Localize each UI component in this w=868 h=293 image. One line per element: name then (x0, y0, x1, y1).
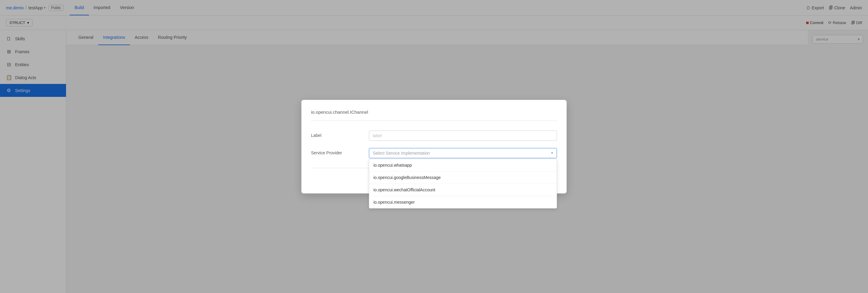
select-arrow-icon: ▾ (551, 151, 553, 155)
modal-service-provider-row: Service Provider Select Service Implemen… (311, 148, 557, 158)
dropdown-item-messenger[interactable]: io.opencui.messenger (369, 196, 557, 208)
modal-title: io.opencui.channel.IChannel (311, 110, 557, 121)
label-input[interactable] (369, 131, 557, 141)
dropdown-item-google-business[interactable]: io.opencui.googleBusinessMessage (369, 171, 557, 183)
service-provider-label: Service Provider (311, 148, 359, 155)
label-field-wrap (369, 131, 557, 141)
service-implementation-select[interactable]: Select Service Implementation ▾ (369, 148, 557, 158)
dropdown-item-whatsapp[interactable]: io.opencui.whatsapp (369, 159, 557, 171)
label-field-label: Label (311, 131, 359, 138)
modal-label-row: Label (311, 131, 557, 141)
service-provider-field-wrap: Select Service Implementation ▾ io.openc… (369, 148, 557, 158)
modal-dialog: io.opencui.channel.IChannel Label Servic… (301, 100, 567, 193)
dropdown-item-wechat[interactable]: io.opencui.wechatOfficialAccount (369, 183, 557, 196)
modal-overlay: io.opencui.channel.IChannel Label Servic… (0, 0, 868, 293)
select-placeholder: Select Service Implementation (373, 151, 430, 155)
service-implementation-dropdown: io.opencui.whatsapp io.opencui.googleBus… (369, 159, 557, 209)
